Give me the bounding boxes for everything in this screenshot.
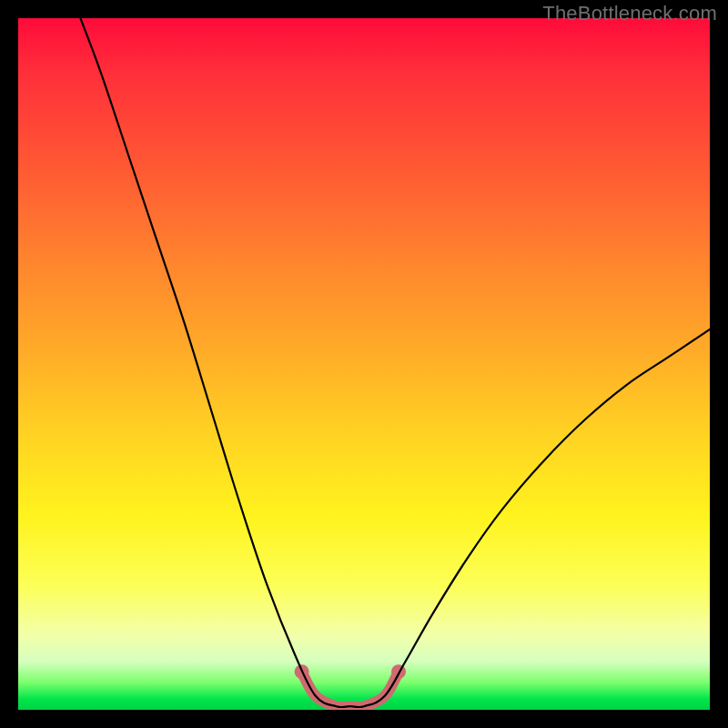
pink-highlight-curve <box>295 664 406 707</box>
black-main-curve <box>80 18 710 707</box>
chart-frame: TheBottleneck.com <box>0 0 728 728</box>
curve-layer <box>18 18 710 710</box>
plot-area <box>18 18 710 710</box>
watermark-text: TheBottleneck.com <box>542 2 717 25</box>
svg-point-1 <box>391 664 406 679</box>
